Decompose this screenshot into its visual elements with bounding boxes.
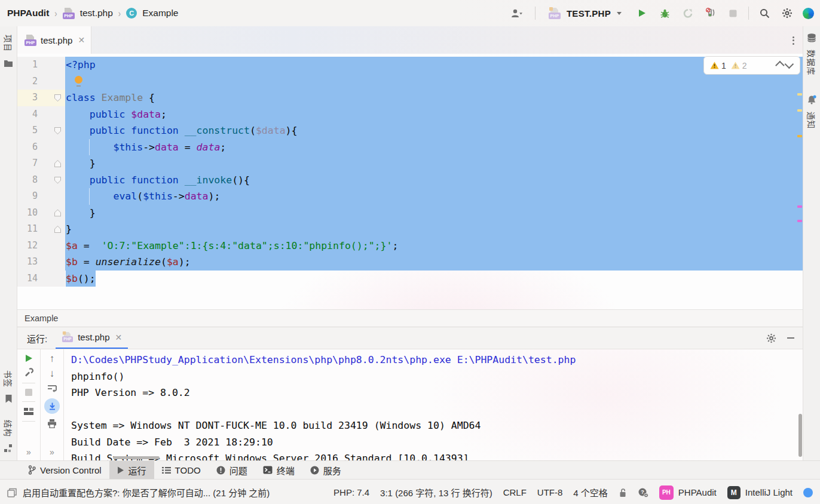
code-line[interactable]: 4 public $data; (17, 106, 803, 123)
run-configuration-select[interactable]: PHP TEST.PHP (544, 6, 626, 21)
privacy-gear-icon[interactable]: ? (638, 487, 648, 498)
code-line[interactable]: 13$b = unserialize($a); (17, 254, 803, 271)
gutter-cell[interactable]: 2 (17, 73, 65, 90)
gutter-cell[interactable]: 6 (17, 139, 65, 156)
minimize-panel-icon[interactable] (787, 337, 794, 339)
fold-end-icon[interactable] (54, 226, 61, 233)
listen-debug-icon[interactable] (703, 6, 717, 20)
more-actions-icon[interactable]: » (26, 447, 31, 457)
status-encoding[interactable]: UTF-8 (537, 487, 563, 497)
status-theme-widget[interactable]: M IntelliJ Light (727, 486, 793, 499)
gutter-cell[interactable]: 7 (17, 155, 65, 172)
fold-collapse-icon[interactable] (54, 177, 61, 184)
more-actions-icon[interactable]: » (50, 447, 54, 457)
gutter-cell[interactable]: 5 (17, 122, 65, 139)
run-tab-test-php[interactable]: PHP test.php ✕ (56, 327, 128, 349)
code-line[interactable]: 10 } (17, 205, 803, 222)
stripe-database-label[interactable]: 数据库 (806, 50, 818, 76)
previous-problem-icon[interactable] (775, 61, 785, 70)
search-everywhere-icon[interactable] (757, 6, 772, 20)
status-project-widget[interactable]: PH PHPAudit (659, 485, 717, 500)
stripe-notifications-label[interactable]: 通知 (806, 112, 818, 129)
stripe-structure-label[interactable]: 结构 (2, 420, 14, 437)
plugin-logo-icon[interactable] (803, 8, 814, 19)
vertical-scrollbar[interactable] (798, 414, 802, 457)
run-tab-close-icon[interactable]: ✕ (115, 333, 123, 342)
breadcrumb-class[interactable]: Example (142, 8, 178, 19)
stop-button[interactable] (726, 6, 740, 20)
restore-layout-icon[interactable] (24, 407, 33, 416)
status-message[interactable]: 启用自动重置配色方案?: 你是否了解你可自动... (21 分钟 之前) (7, 486, 270, 499)
gutter-cell[interactable]: 12 (17, 238, 65, 254)
gutter-cell[interactable]: 3 (17, 90, 65, 106)
horizontal-scrollbar[interactable] (113, 456, 160, 459)
code-line[interactable]: 3class Example { (17, 90, 803, 106)
soft-wrap-icon[interactable] (47, 384, 57, 393)
coverage-button[interactable] (680, 6, 694, 20)
gutter-cell[interactable]: 14 (17, 271, 65, 287)
fold-end-icon[interactable] (54, 210, 61, 217)
console-line[interactable]: Build System => Microsoft Windows Server… (71, 450, 803, 460)
editor-options-kebab-icon[interactable] (793, 35, 794, 46)
info-stripe-mark[interactable] (797, 205, 802, 208)
console-output[interactable]: D:\Codes\PHPStudy_Application\Extensions… (64, 349, 803, 460)
code-line[interactable]: 5 public function __construct($data){ (17, 122, 803, 139)
code-line[interactable]: 9 eval($this->data); (17, 188, 803, 205)
notifications-bell-icon[interactable] (807, 95, 816, 105)
structure-icon[interactable] (4, 444, 13, 452)
code-line[interactable]: 2 (17, 73, 803, 90)
next-occurrence-icon[interactable]: ↓ (50, 369, 55, 379)
inspections-widget[interactable]: 1 2 (703, 56, 800, 75)
project-folder-icon[interactable] (4, 59, 13, 67)
toolwindow-services[interactable]: 服务 (302, 461, 349, 479)
breadcrumb-class-bottom[interactable]: Example (25, 314, 58, 323)
run-settings-gear-icon[interactable] (766, 333, 776, 343)
tab-test-php[interactable]: PHP test.php ✕ (17, 26, 91, 54)
console-line[interactable] (71, 401, 803, 418)
breadcrumb-project[interactable]: PHPAudit (7, 8, 49, 19)
tab-close-icon[interactable]: ✕ (78, 35, 85, 45)
fold-collapse-icon[interactable] (54, 94, 61, 102)
wrench-settings-icon[interactable] (24, 368, 33, 377)
debug-button[interactable] (657, 6, 672, 20)
toolwindow-version-control[interactable]: Version Control (20, 461, 109, 479)
rerun-button[interactable] (25, 354, 33, 362)
code-line[interactable]: 11} (17, 221, 803, 238)
code-editor[interactable]: 1<?php23class Example {4 public $data;5 … (17, 54, 803, 309)
lock-icon[interactable] (619, 488, 627, 497)
database-icon[interactable] (807, 33, 816, 42)
toolwindow-terminal[interactable]: 终端 (255, 461, 302, 479)
settings-gear-icon[interactable] (780, 6, 794, 20)
intention-bulb-icon[interactable] (74, 75, 83, 87)
status-line-ending[interactable]: CRLF (503, 487, 527, 497)
stripe-project-label[interactable]: 项目 (2, 35, 14, 52)
warning-stripe-mark[interactable] (797, 109, 802, 112)
warning-count-weak[interactable]: 2 (731, 61, 747, 70)
stop-button-disabled[interactable] (25, 389, 32, 396)
breadcrumb-file[interactable]: test.php (80, 8, 113, 19)
run-console[interactable]: » ↑ ↓ » D:\Codes\PHPStudy_Application\Ex… (17, 349, 803, 460)
user-account-icon[interactable] (506, 6, 527, 20)
gutter-cell[interactable]: 4 (17, 106, 65, 123)
warning-stripe-mark[interactable] (797, 135, 802, 137)
status-indicator-dot[interactable] (803, 488, 813, 497)
gutter-cell[interactable]: 11 (17, 221, 65, 238)
fold-end-icon[interactable] (54, 160, 61, 167)
console-line[interactable]: phpinfo() (71, 368, 803, 385)
gutter-cell[interactable]: 13 (17, 254, 65, 271)
run-button[interactable] (635, 6, 649, 20)
next-problem-icon[interactable] (785, 60, 794, 69)
code-line[interactable]: 6 $this->data = data; (17, 139, 803, 156)
scroll-to-end-button[interactable] (44, 398, 60, 414)
print-icon[interactable] (47, 419, 57, 428)
toolwindow-todo[interactable]: TODO (154, 461, 209, 479)
code-line[interactable]: 8 public function __invoke(){ (17, 172, 803, 189)
status-php-version[interactable]: PHP: 7.4 (333, 487, 369, 497)
warning-stripe-mark[interactable] (797, 93, 802, 96)
gutter-cell[interactable]: 9 (17, 188, 65, 205)
console-line[interactable]: System => Windows NT DONT-FUCK-ME 10.0 b… (71, 417, 803, 434)
gutter-cell[interactable]: 10 (17, 205, 65, 222)
gutter-cell[interactable]: 1 (17, 57, 65, 73)
info-stripe-mark[interactable] (797, 220, 802, 222)
status-indent[interactable]: 4 个空格 (573, 486, 608, 499)
